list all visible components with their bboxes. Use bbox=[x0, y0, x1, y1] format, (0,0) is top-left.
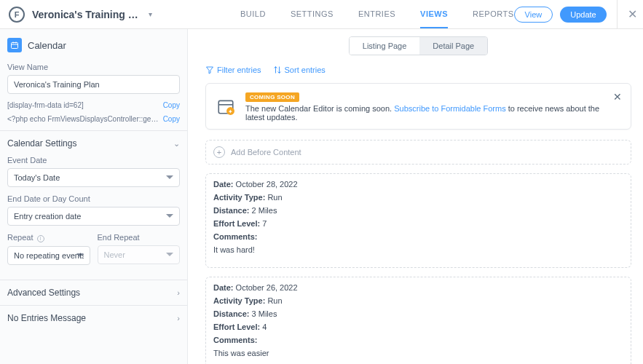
view-button[interactable]: View bbox=[514, 7, 553, 23]
svg-rect-0 bbox=[12, 43, 18, 49]
body: Calendar View Name [display-frm-data id=… bbox=[0, 29, 643, 364]
tab-build[interactable]: BUILD bbox=[240, 1, 266, 28]
close-icon[interactable]: ✕ bbox=[617, 0, 637, 29]
tab-settings[interactable]: SETTINGS bbox=[291, 1, 334, 28]
chevron-right-icon: › bbox=[177, 314, 180, 323]
listing-page-btn[interactable]: Listing Page bbox=[350, 37, 420, 55]
filter-icon bbox=[205, 66, 214, 74]
advanced-settings-header[interactable]: Advanced Settings › bbox=[7, 288, 180, 298]
entry-card-0[interactable]: Date: October 28, 2022 Activity Type: Ru… bbox=[205, 173, 631, 268]
copy-link-1[interactable]: Copy bbox=[163, 101, 180, 109]
main-content: Listing Page Detail Page Filter entries … bbox=[188, 29, 643, 364]
shortcode-row-1: [display-frm-data id=62] Copy bbox=[7, 101, 180, 109]
shortcode-1: [display-frm-data id=62] bbox=[7, 101, 159, 109]
close-alert-icon[interactable]: ✕ bbox=[613, 91, 622, 103]
svg-marker-4 bbox=[207, 67, 213, 74]
tab-reports[interactable]: REPORTS bbox=[473, 1, 513, 28]
copy-link-2[interactable]: Copy bbox=[163, 115, 180, 123]
tab-views[interactable]: VIEWS bbox=[420, 1, 448, 28]
update-button[interactable]: Update bbox=[560, 7, 606, 23]
end-date-select[interactable]: Entry creation date bbox=[7, 207, 180, 226]
shortcode-2: <?php echo FrmViewsDisplaysController::g… bbox=[7, 115, 159, 123]
plus-icon: + bbox=[213, 146, 225, 158]
topbar-left: F Veronica's Training Pl... ▾ bbox=[9, 7, 197, 23]
sidebar-title: Calendar bbox=[28, 40, 66, 51]
coming-soon-alert: ✦ COMING SOON The new Calendar Editor is… bbox=[205, 83, 631, 130]
info-icon[interactable]: i bbox=[37, 235, 44, 242]
sidebar-header: Calendar bbox=[7, 38, 180, 52]
no-entries-header[interactable]: No Entries Message › bbox=[7, 313, 180, 323]
alert-text: The new Calendar Editor is coming soon. … bbox=[245, 104, 620, 122]
app-logo[interactable]: F bbox=[9, 7, 25, 23]
svg-text:✦: ✦ bbox=[228, 108, 233, 115]
chevron-down-icon[interactable]: ▾ bbox=[149, 10, 152, 18]
sidebar: Calendar View Name [display-frm-data id=… bbox=[0, 29, 188, 364]
nav-tabs: BUILD SETTINGS ENTRIES VIEWS REPORTS bbox=[240, 1, 514, 28]
view-name-label: View Name bbox=[7, 63, 180, 71]
event-date-label: Event Date bbox=[7, 156, 180, 165]
chevron-right-icon: › bbox=[177, 288, 180, 297]
calendar-icon bbox=[7, 38, 22, 52]
topbar: F Veronica's Training Pl... ▾ BUILD SETT… bbox=[0, 0, 643, 29]
end-repeat-select[interactable]: Never bbox=[98, 245, 181, 264]
no-entries-title: No Entries Message bbox=[7, 313, 86, 323]
view-name-input[interactable] bbox=[7, 75, 180, 94]
page-toggle: Listing Page Detail Page bbox=[349, 36, 488, 55]
chevron-down-icon: ⌄ bbox=[173, 139, 180, 149]
topbar-right: View Update ✕ bbox=[514, 0, 637, 29]
repeat-select[interactable]: No repeating events bbox=[7, 246, 90, 265]
before-content-block: + Add Before Content bbox=[205, 140, 631, 165]
coming-soon-badge: COMING SOON bbox=[245, 92, 299, 102]
tab-entries[interactable]: ENTRIES bbox=[358, 1, 395, 28]
advanced-settings-title: Advanced Settings bbox=[7, 288, 80, 298]
detail-page-btn[interactable]: Detail Page bbox=[419, 37, 487, 55]
calendar-settings-title: Calendar Settings bbox=[7, 138, 76, 149]
repeat-label: Repeat i bbox=[7, 233, 90, 242]
end-repeat-label: End Repeat bbox=[98, 233, 181, 242]
sort-icon bbox=[273, 66, 282, 74]
calendar-settings-header[interactable]: Calendar Settings ⌄ bbox=[7, 138, 180, 149]
entry-card-1[interactable]: Date: October 26, 2022 Activity Type: Ru… bbox=[205, 277, 631, 364]
shortcode-row-2: <?php echo FrmViewsDisplaysController::g… bbox=[7, 115, 180, 123]
calendar-alert-icon: ✦ bbox=[216, 97, 235, 116]
action-bar: Filter entries Sort entries bbox=[205, 66, 631, 74]
subscribe-link[interactable]: Subscribe to Formidable Forms bbox=[394, 104, 505, 113]
plan-title[interactable]: Veronica's Training Pl... bbox=[32, 9, 141, 20]
event-date-select[interactable]: Today's Date bbox=[7, 168, 180, 187]
end-date-label: End Date or Day Count bbox=[7, 194, 180, 203]
filter-entries-link[interactable]: Filter entries bbox=[205, 66, 261, 74]
sort-entries-link[interactable]: Sort entries bbox=[273, 66, 326, 74]
add-before-content[interactable]: + Add Before Content bbox=[206, 141, 631, 164]
